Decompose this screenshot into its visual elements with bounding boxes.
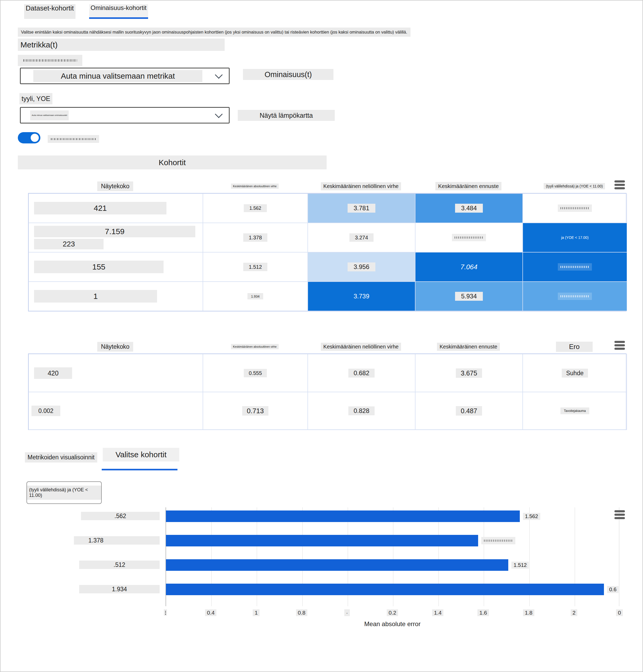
- table-cell: 0.713: [203, 392, 308, 430]
- comparison-table: 420 0.555 0.682 3.675 Suhde 0.002 0.713 …: [28, 353, 627, 430]
- mae-value: 1.512: [243, 263, 267, 271]
- mae-value: 1.562: [244, 204, 267, 212]
- feature-section-label: Ominaisuus(t): [243, 69, 333, 80]
- column-header: Ero: [556, 341, 593, 352]
- column-header: Keskimääräinen ennuste: [435, 182, 501, 190]
- bar-mae[interactable]: [166, 559, 508, 571]
- sample-size-value: 0.002: [32, 406, 60, 416]
- column-header: Näytekoko: [97, 342, 133, 352]
- bar-mae[interactable]: [166, 584, 604, 595]
- top-tab-bar: Dataset-kohortit Ominaisuus-kohortit: [24, 4, 148, 19]
- mse-value: 3.739: [354, 292, 369, 300]
- feature-dropdown[interactable]: Auta minua valitsemaan ominaisuudet: [20, 107, 230, 123]
- bar-mae[interactable]: [166, 535, 478, 547]
- bar-row: [166, 535, 619, 547]
- intro-text: Valitse enintään kaksi ominaisuutta nähd…: [18, 27, 411, 37]
- chart-category-label: .562: [81, 512, 160, 520]
- illegible-text: [558, 292, 592, 300]
- active-tab-underline: [102, 469, 178, 470]
- bar-row: 1.512: [166, 559, 619, 571]
- column-header: Näytekoko: [97, 181, 133, 191]
- cohorts-heading: Kohortit: [18, 155, 327, 169]
- table-cell: 0.682: [308, 354, 415, 392]
- tab-select-cohorts[interactable]: Valitse kohortit: [103, 448, 179, 461]
- chart-category-label: 1.934: [79, 585, 160, 593]
- x-axis-tick: 0.4: [205, 609, 217, 616]
- x-axis-label: Mean absolute error: [166, 620, 619, 628]
- x-axis-tick: 1: [253, 609, 260, 616]
- column-header: Keskimääräinen neliöllinen virhe: [321, 343, 401, 351]
- feature-cohorts-page: Dataset-kohortit Ominaisuus-kohortit Val…: [0, 0, 643, 672]
- table-cell: 1.512: [203, 252, 308, 281]
- table-cell: 1.378: [203, 223, 308, 252]
- chart-category-label: 1.378: [74, 536, 160, 544]
- chart-category-label: .512: [79, 561, 160, 569]
- tab-feature-cohorts[interactable]: Ominaisuus-kohortit: [89, 4, 148, 19]
- sample-size-secondary-value: 223: [34, 239, 104, 249]
- table-cell: 0.828: [308, 392, 415, 430]
- mse-value: 0.682: [348, 369, 375, 377]
- table-cell: 420: [28, 354, 203, 392]
- table-cell: 0.487: [415, 392, 523, 430]
- table-cell: 3.739: [308, 281, 415, 311]
- x-axis-tick: 0.2: [387, 609, 398, 616]
- table-cell: 1: [28, 281, 203, 311]
- table-cell: [523, 252, 627, 281]
- mae-value: 0.555: [244, 369, 267, 377]
- chart-menu-icon[interactable]: [615, 510, 625, 512]
- bar-value-label: [481, 537, 515, 544]
- illegible-text: [23, 59, 77, 62]
- mae-value: 1.378: [243, 233, 267, 242]
- table-menu-icon[interactable]: [615, 341, 625, 343]
- bar-value-label: 0.6: [607, 586, 619, 593]
- mse-value: 0.828: [348, 406, 375, 415]
- bar-row: 1.562: [166, 511, 619, 522]
- x-axis-tick: 1.6: [477, 609, 489, 616]
- x-axis-tick: 1.8: [523, 609, 534, 616]
- mean-prediction-value: 0.487: [456, 406, 482, 416]
- bar-mae[interactable]: [166, 511, 520, 522]
- table-cell: 0.555: [203, 354, 308, 392]
- table-cell: Suhde: [523, 354, 627, 392]
- tab-dataset-cohorts[interactable]: Dataset-kohortit: [24, 4, 75, 19]
- metric-dropdown[interactable]: Auta minua valitsemaan metrikat: [20, 68, 230, 84]
- cohort-table: 421 1.562 3.781 3.484 7.159 223 1.378 3.…: [28, 193, 627, 311]
- column-header: Keskimääräinen neliöllinen virhe: [321, 182, 401, 190]
- sample-size-value: 155: [34, 261, 163, 273]
- cohort-name-value: ja (YOE < 17.00): [561, 236, 589, 240]
- x-axis-tick: 1.4: [432, 609, 444, 616]
- mse-value: 3.956: [348, 262, 375, 271]
- difference-value: Tavoitejakauma: [560, 407, 589, 414]
- table-cell: 7.159 223: [28, 223, 203, 252]
- table-menu-icon[interactable]: [615, 180, 625, 182]
- table-cell: 5.934: [415, 281, 523, 311]
- selected-cohort-key-label: tyyli, YOE: [20, 93, 52, 104]
- mean-prediction-value: 5.934: [455, 292, 483, 301]
- cohort-filter-label: (tyyli välilehdissä) ja (YOE < 11.00): [27, 485, 101, 500]
- mae-value: 1.934: [247, 293, 263, 299]
- mse-value: 3.781: [348, 204, 375, 213]
- mean-prediction-value: 3.484: [455, 204, 483, 213]
- illegible-text: [51, 138, 96, 140]
- metric-dropdown-value: Auta minua valitsemaan metrikat: [33, 70, 202, 82]
- mae-value: 0.713: [242, 406, 268, 416]
- bar-row: 0.6: [166, 584, 619, 595]
- metric-section-label: Metrikka(t): [18, 38, 225, 51]
- mean-prediction-value: 7.064: [460, 263, 477, 271]
- table-cell: 1.934: [203, 281, 308, 311]
- cohort-table-header-row: Näytekoko Keskimääräinen absoluuttinen v…: [28, 181, 627, 191]
- cohort-filter-button[interactable]: (tyyli välilehdissä) ja (YOE < 11.00): [26, 481, 102, 504]
- x-axis: 0.410.8·0.21.41.61.820: [166, 609, 619, 618]
- mean-prediction-value: 3.675: [456, 368, 482, 378]
- table-cell: 0.002: [28, 392, 203, 430]
- heatmap-toggle[interactable]: [18, 132, 40, 143]
- feature-dropdown-value: Auta minua valitsemaan ominaisuudet: [30, 110, 69, 120]
- metric-helper-fine-print: [18, 55, 82, 66]
- sample-size-value: 7.159: [34, 226, 195, 237]
- mse-value: 3.274: [349, 233, 374, 242]
- tab-metric-visualizations[interactable]: Metrikoiden visualisoinnit: [25, 452, 97, 463]
- chevron-down-icon: [215, 71, 223, 79]
- illegible-text: [558, 204, 592, 212]
- bar-value-label: 1.512: [511, 562, 529, 569]
- comparison-table-header-row: Näytekoko Keskimääräinen absoluuttinen v…: [28, 341, 627, 352]
